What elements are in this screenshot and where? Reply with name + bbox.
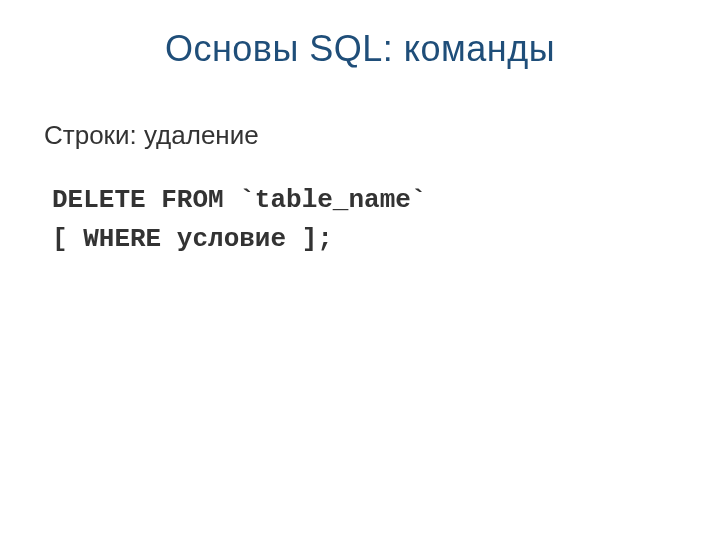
slide-title: Основы SQL: команды	[40, 28, 680, 70]
section-subtitle: Строки: удаление	[44, 120, 680, 151]
code-line-1: DELETE FROM `table_name`	[52, 181, 680, 220]
code-line-2: [ WHERE условие ];	[52, 220, 680, 259]
slide-container: Основы SQL: команды Строки: удаление DEL…	[0, 0, 720, 540]
sql-code-block: DELETE FROM `table_name` [ WHERE условие…	[52, 181, 680, 259]
